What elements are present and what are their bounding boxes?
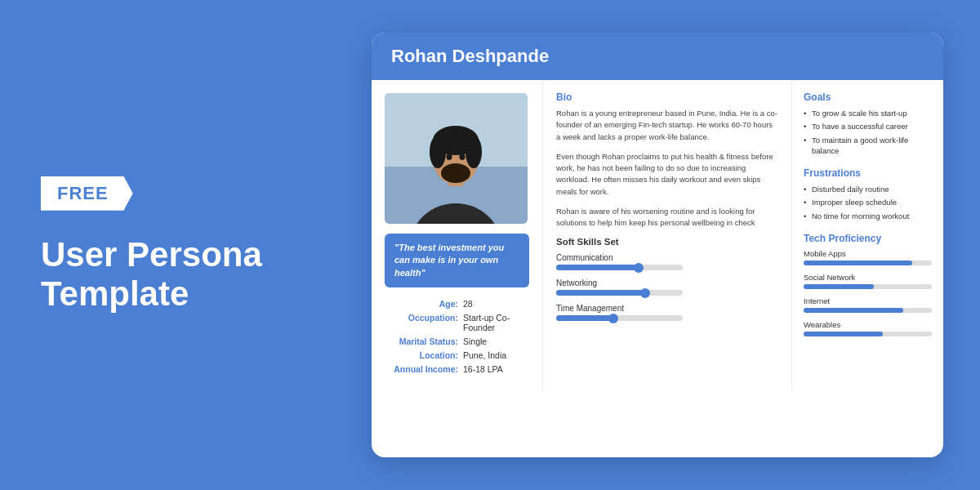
- bio-text1: Rohan is a young entrepreneur based in P…: [556, 108, 778, 143]
- bio-text3: Rohan is aware of his worsening routine …: [556, 206, 778, 229]
- tech-wearables: Wearables: [804, 320, 932, 336]
- svg-point-6: [430, 136, 446, 168]
- frustrations-list: Disturbed daily routine Improper sleep s…: [804, 184, 932, 221]
- avatar-svg: [385, 93, 528, 224]
- skill-communication: Communication: [556, 253, 778, 270]
- info-row-age: Age: 28: [385, 299, 529, 309]
- tech-social-network: Social Network: [804, 273, 932, 289]
- persona-card: Rohan Deshpande: [372, 33, 943, 457]
- svg-point-8: [441, 163, 470, 183]
- goal-1: To grow & scale his start-up: [804, 108, 932, 118]
- skill-time-management: Time Management: [556, 304, 778, 321]
- free-badge: FREE: [41, 176, 133, 211]
- info-row-location: Location: Pune, India: [385, 350, 529, 360]
- goal-2: To have a successful career: [804, 121, 932, 131]
- tech-mobile-apps: Mobile Apps: [804, 249, 932, 265]
- frustration-2: Improper sleep schedule: [804, 197, 932, 207]
- frustration-1: Disturbed daily routine: [804, 184, 932, 194]
- svg-point-9: [447, 154, 452, 160]
- card-body: "The best investment you can make is in …: [372, 80, 943, 391]
- svg-point-10: [460, 154, 466, 160]
- tech-internet: Internet: [804, 296, 932, 313]
- bio-title: Bio: [556, 91, 778, 103]
- left-panel: FREE User Persona Template: [0, 144, 359, 347]
- tech-title: Tech Proficiency: [804, 233, 932, 244]
- info-row-occupation: Occupation: Start-up Co-Founder: [385, 313, 529, 332]
- quote-box: "The best investment you can make is in …: [385, 234, 529, 287]
- goal-3: To maintain a good work-life balance: [804, 135, 932, 157]
- badge-wrap: FREE: [41, 176, 318, 211]
- card-header: Rohan Deshpande: [372, 33, 943, 80]
- info-row-income: Annual Income: 16-18 LPA: [385, 364, 529, 374]
- persona-name: Rohan Deshpande: [391, 46, 549, 66]
- headline: User Persona Template: [41, 235, 318, 314]
- card-mid-col: Bio Rohan is a young entrepreneur based …: [543, 80, 792, 391]
- card-right-col: Goals To grow & scale his start-up To ha…: [792, 80, 943, 391]
- bio-text2: Even though Rohan proclaims to put his h…: [556, 151, 778, 198]
- info-table: Age: 28 Occupation: Start-up Co-Founder …: [385, 299, 529, 374]
- frustrations-title: Frustrations: [804, 167, 932, 179]
- info-row-marital: Marital Status: Single: [385, 336, 529, 346]
- goals-list: To grow & scale his start-up To have a s…: [804, 108, 932, 156]
- skill-networking: Networking: [556, 278, 778, 296]
- soft-skills-title: Soft Skills Set: [556, 237, 778, 247]
- card-wrap: Rohan Deshpande: [359, 16, 980, 474]
- frustration-3: No time for morning workout: [804, 211, 932, 221]
- avatar-box: [385, 93, 528, 224]
- card-left-col: "The best investment you can make is in …: [372, 80, 543, 391]
- goals-title: Goals: [804, 91, 932, 103]
- svg-point-7: [466, 136, 482, 168]
